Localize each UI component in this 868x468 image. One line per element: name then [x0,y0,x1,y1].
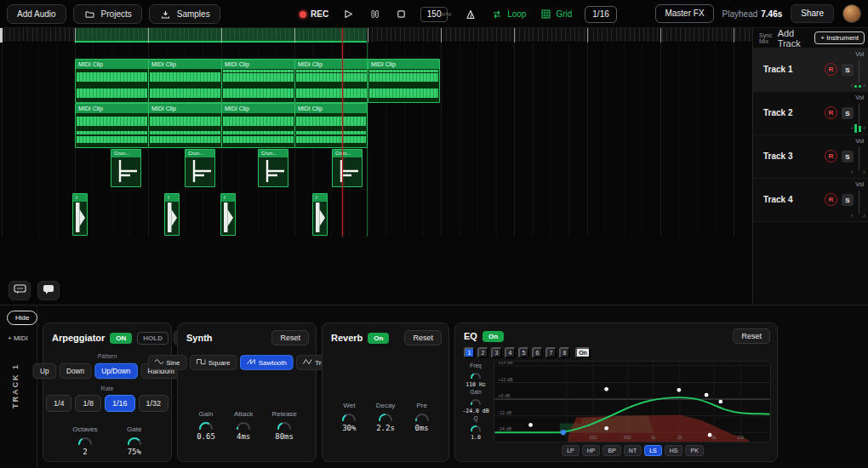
record-arm-button[interactable]: R [825,106,837,119]
knob-freq[interactable]: Freq 110 Hz [465,362,485,388]
solo-button[interactable]: S [842,107,854,119]
pan-meter[interactable]: ‹› [851,213,865,220]
pattern-up[interactable]: Up [33,363,56,379]
filter-hp[interactable]: HP [582,445,601,456]
pan-meter[interactable]: ‹› [851,124,865,133]
midi-clip[interactable]: MIDI Clip [148,103,222,148]
eq-band-6[interactable]: 6 [532,347,543,358]
pan-meter[interactable]: ‹› [851,169,865,176]
knob-decay[interactable]: Decay 2.2s [376,402,396,432]
eq-band-on-button[interactable]: On [575,347,591,358]
midi-clip[interactable]: MIDI Clip [221,103,295,148]
audio-clip[interactable]: I [164,193,180,236]
record-arm-button[interactable]: R [825,150,837,163]
add-audio-button[interactable]: Add Audio [7,4,66,24]
track-row[interactable]: Track 2 R S Vol ‹› [753,92,868,135]
samples-button[interactable]: Samples [149,4,220,24]
record-arm-button[interactable]: R [825,63,837,76]
wave-square[interactable]: Square [190,355,237,370]
arrangement-area[interactable]: MIDI ClipMIDI ClipMIDI ClipMIDI ClipMIDI… [0,28,752,305]
midi-clip[interactable]: MIDI Clip [294,59,368,103]
eq-band-7[interactable]: 7 [545,347,557,358]
add-midi-button[interactable]: + MIDI [8,334,28,342]
notes-toggle-button[interactable] [37,281,60,300]
hide-button[interactable]: Hide [7,311,37,325]
track-row[interactable]: Track 4 R S Vol ‹› [753,179,868,222]
scroll-thumb[interactable] [0,28,3,43]
midi-clip[interactable]: MIDI Clip [221,59,295,103]
audio-clip[interactable]: Crun... [185,149,215,187]
volume-slider[interactable] [859,60,859,83]
loop-toggle[interactable]: Loop [490,8,526,21]
record-button[interactable]: REC [300,9,328,19]
rate-1-4[interactable]: 1/4 [46,395,72,412]
audio-clip[interactable]: Crun... [332,149,363,187]
audio-clip[interactable]: Crun... [111,149,141,187]
eq-reset-button[interactable]: Reset [733,328,770,344]
wave-sine[interactable]: Sine [148,355,187,370]
knob-octaves[interactable]: Octaves 2 [72,425,97,456]
eq-band-4[interactable]: 4 [505,347,516,358]
audio-clip[interactable]: I [72,193,88,236]
knob-pre[interactable]: Pre 0ms [414,402,430,432]
eq-on-toggle[interactable]: On [483,331,504,342]
share-button[interactable]: Share [791,4,834,23]
wave-sawtooth[interactable]: Sawtooth [240,355,294,370]
track-row[interactable]: Track 1 R S Vol ‹› [753,49,868,92]
rate-1-32[interactable]: 1/32 [139,395,169,412]
volume-slider[interactable] [859,104,859,127]
timeline-ruler[interactable] [0,28,752,43]
add-instrument-button[interactable]: + Instrument [814,31,865,44]
knob-attack[interactable]: Attack 4ms [234,410,253,441]
midi-clip[interactable]: MIDI Clip [294,103,368,148]
pattern-up-down[interactable]: Up/Down [94,363,138,379]
midi-clip[interactable]: MIDI Clip [148,59,222,103]
eq-band-5[interactable]: 5 [518,347,529,358]
volume-slider[interactable] [859,147,859,170]
solo-button[interactable]: S [842,151,854,163]
filter-pk[interactable]: PK [685,445,703,456]
knob-release[interactable]: Release 80ms [271,410,296,441]
chat-toggle-button[interactable] [9,281,31,300]
metronome-icon[interactable] [464,8,477,21]
reverb-on-toggle[interactable]: On [368,333,389,344]
knob-q[interactable]: Q 1.0 [470,415,482,441]
projects-button[interactable]: Projects [73,4,142,24]
pause-button[interactable] [368,8,381,21]
midi-clip[interactable]: MIDI Clip [75,59,149,103]
knob-gate[interactable]: Gate 75% [127,425,142,456]
eq-band-8[interactable]: 8 [559,347,570,358]
filter-nt[interactable]: NT [624,445,642,456]
eq-band-2[interactable]: 2 [477,347,488,358]
arp-on-toggle[interactable]: ON [110,333,132,344]
midi-clip[interactable]: MIDI Clip [75,103,149,148]
arp-hold-toggle[interactable]: HOLD [137,332,168,345]
midi-clip[interactable]: MIDI Clip [368,59,440,103]
track-row[interactable]: Track 3 R S Vol ‹› [753,135,868,179]
pan-meter[interactable]: ‹› [851,83,865,89]
grid-division-button[interactable]: 1/16 [585,6,616,23]
avatar[interactable] [842,4,861,23]
solo-button[interactable]: S [842,64,854,76]
synth-reset-button[interactable]: Reset [271,330,309,345]
grid-toggle[interactable]: Grid [539,8,572,21]
filter-hs[interactable]: HS [665,445,683,456]
filter-bp[interactable]: BP [602,445,620,456]
eq-band-1[interactable]: 1 [464,347,475,358]
rate-1-16[interactable]: 1/16 [105,395,135,412]
solo-button[interactable]: S [842,194,854,206]
audio-clip[interactable]: Crun... [258,149,288,187]
filter-ls[interactable]: LS [644,445,662,456]
pattern-down[interactable]: Down [60,363,92,379]
knob-wet[interactable]: Wet 30% [341,402,357,432]
reverb-reset-button[interactable]: Reset [404,330,442,345]
playhead-line[interactable] [342,28,343,237]
stop-button[interactable] [394,8,408,21]
audio-clip[interactable]: I [220,193,236,236]
eq-band-3[interactable]: 3 [491,347,502,358]
record-arm-button[interactable]: R [825,193,837,206]
volume-slider[interactable] [859,191,859,214]
filter-lp[interactable]: LP [562,445,580,456]
knob-gain[interactable]: Gain -24.0 dB [462,389,488,414]
eq-graph[interactable]: +24 dB+12 dB+0 dB-12 dB-24 dB 2005001k2k… [494,361,771,442]
